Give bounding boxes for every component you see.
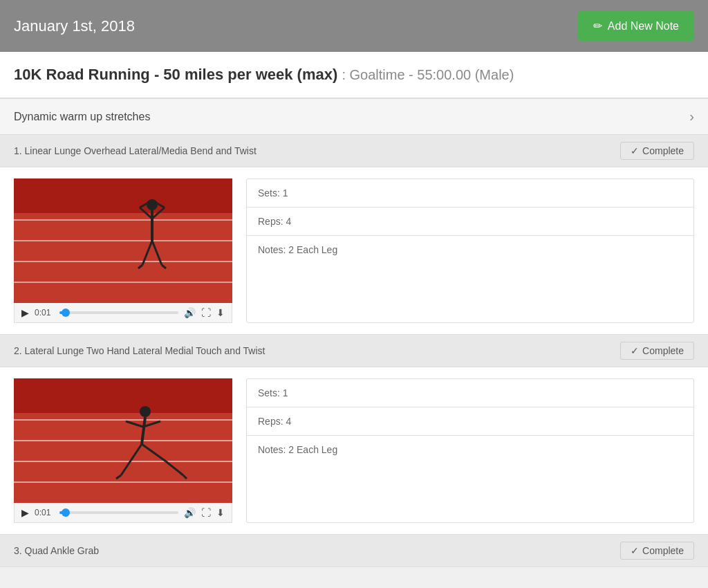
exercise-1: 1. Linear Lunge Overhead Lateral/Media B… [0, 135, 708, 335]
exercise-3-title: 3. Quad Ankle Grab [14, 545, 99, 556]
svg-rect-5 [14, 178, 232, 213]
exercise-1-content: ▶ 0:01 🔊 ⛶ ⬇ Sets: 1 Reps: 4 Notes: 2 Ea… [0, 167, 708, 335]
exercise-2-complete-button[interactable]: ✓ Complete [620, 342, 694, 360]
exercise-3-header: 3. Quad Ankle Grab ✓ Complete [0, 535, 708, 567]
svg-point-22 [140, 406, 151, 417]
checkmark-icon: ✓ [631, 345, 639, 356]
video-2-time: 0:01 [35, 508, 54, 517]
play-button-2[interactable]: ▶ [21, 507, 29, 518]
add-note-button[interactable]: ✏ Add New Note [578, 11, 694, 41]
progress-knob [62, 309, 70, 317]
exercise-1-header: 1. Linear Lunge Overhead Lateral/Media B… [0, 135, 708, 167]
field-2-svg [14, 378, 232, 503]
section-label: Dynamic warm up stretches [14, 111, 150, 123]
field-svg [14, 178, 232, 303]
program-title: 10K Road Running - 50 miles per week (ma… [14, 66, 694, 84]
fullscreen-icon-2[interactable]: ⛶ [201, 507, 211, 518]
program-title-bar: 10K Road Running - 50 miles per week (ma… [0, 52, 708, 98]
progress-bar-2[interactable] [59, 511, 178, 514]
sets-row: Sets: 1 [247, 179, 693, 208]
section-header[interactable]: Dynamic warm up stretches › [0, 98, 708, 135]
exercise-2-header: 2. Lateral Lunge Two Hand Lateral Medial… [0, 335, 708, 367]
exercise-2-content: ▶ 0:01 🔊 ⛶ ⬇ Sets: 1 Reps: 4 Notes: 2 Ea… [0, 367, 708, 535]
video-2-thumbnail [14, 378, 232, 503]
reps-row-2: Reps: 4 [247, 407, 693, 436]
download-icon[interactable]: ⬇ [216, 307, 225, 318]
checkmark-icon: ✓ [631, 145, 639, 156]
progress-bar[interactable] [59, 311, 178, 314]
exercise-2-details: Sets: 1 Reps: 4 Notes: 2 Each Leg [246, 378, 694, 523]
exercise-1-video: ▶ 0:01 🔊 ⛶ ⬇ [14, 178, 232, 323]
svg-rect-17 [14, 378, 232, 413]
pencil-icon: ✏ [593, 19, 602, 33]
progress-knob-2 [62, 508, 70, 517]
exercise-3-complete-button[interactable]: ✓ Complete [620, 542, 694, 560]
header-date: January 1st, 2018 [14, 17, 135, 35]
sets-row-2: Sets: 1 [247, 379, 693, 407]
exercise-2-title: 2. Lateral Lunge Two Hand Lateral Medial… [14, 345, 265, 356]
notes-row: Notes: 2 Each Leg [247, 236, 693, 264]
play-button[interactable]: ▶ [21, 307, 29, 318]
program-title-goal: : Goaltime - 55:00.00 (Male) [342, 67, 514, 82]
program-title-main: 10K Road Running - 50 miles per week (ma… [14, 66, 337, 83]
add-note-label: Add New Note [608, 20, 679, 33]
volume-icon-2[interactable]: 🔊 [184, 507, 196, 518]
notes-row-2: Notes: 2 Each Leg [247, 436, 693, 463]
chevron-right-icon: › [689, 109, 694, 125]
video-1-controls: ▶ 0:01 🔊 ⛶ ⬇ [14, 303, 232, 323]
download-icon-2[interactable]: ⬇ [216, 507, 225, 518]
complete-label-3: Complete [642, 545, 684, 556]
complete-label: Complete [642, 345, 684, 356]
video-thumbnail [14, 178, 232, 303]
volume-icon[interactable]: 🔊 [184, 307, 196, 318]
exercise-2: 2. Lateral Lunge Two Hand Lateral Medial… [0, 335, 708, 535]
exercise-1-title: 1. Linear Lunge Overhead Lateral/Media B… [14, 145, 257, 156]
video-time: 0:01 [35, 308, 54, 318]
exercise-2-video: ▶ 0:01 🔊 ⛶ ⬇ [14, 378, 232, 523]
reps-row: Reps: 4 [247, 208, 693, 236]
complete-label: Complete [642, 145, 684, 156]
page-header: January 1st, 2018 ✏ Add New Note [0, 0, 708, 52]
exercise-1-details: Sets: 1 Reps: 4 Notes: 2 Each Leg [246, 178, 694, 323]
video-2-controls: ▶ 0:01 🔊 ⛶ ⬇ [14, 503, 232, 523]
exercise-1-complete-button[interactable]: ✓ Complete [620, 142, 694, 160]
fullscreen-icon[interactable]: ⛶ [201, 307, 211, 318]
checkmark-icon-3: ✓ [631, 545, 639, 556]
exercise-3: 3. Quad Ankle Grab ✓ Complete [0, 535, 708, 567]
